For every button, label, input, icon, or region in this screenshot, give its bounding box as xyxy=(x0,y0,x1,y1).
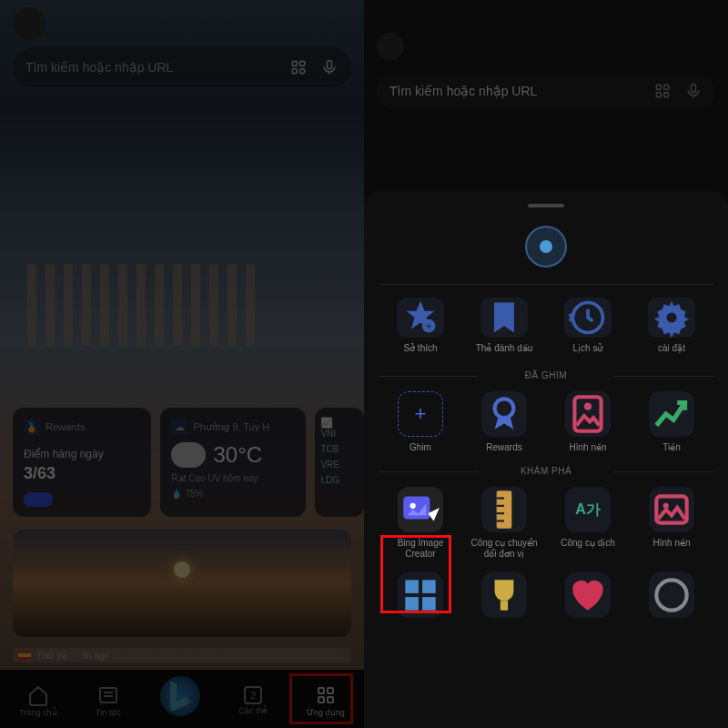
heart-icon xyxy=(565,572,611,618)
explore-translate[interactable]: A가 Công cụ dịch xyxy=(551,487,624,560)
explore-item-7[interactable] xyxy=(551,572,624,623)
weather-humidity: 💧 75% xyxy=(171,489,295,499)
weather-location: Phường 9, Tuy H xyxy=(193,421,269,433)
user-avatar[interactable] xyxy=(525,226,567,268)
mic-icon[interactable] xyxy=(684,82,703,100)
bookmark-icon xyxy=(480,298,528,338)
pinned-rewards[interactable]: Rewards xyxy=(468,391,541,453)
rewards-daily-label: Điểm hàng ngày xyxy=(24,448,140,460)
quick-settings[interactable]: cài đặt xyxy=(635,298,708,354)
stock-line: LDG xyxy=(320,475,359,485)
plus-icon: + xyxy=(415,402,427,426)
rewards-icon: 🏅 xyxy=(24,419,40,435)
translate-icon: A가 xyxy=(575,500,601,520)
profile-avatar[interactable] xyxy=(13,7,46,40)
weather-uv: Rất Cao UV hôm nay xyxy=(171,473,295,483)
news-time: 3h ago xyxy=(81,651,109,661)
svg-point-22 xyxy=(495,399,514,418)
grid-label: Công cụ chuyển đổi đơn vị xyxy=(468,538,541,560)
news-strip[interactable]: Tuổi trẻ · 3h ago xyxy=(13,648,351,662)
weather-icon: ☁ xyxy=(171,419,187,435)
explore-item-8[interactable] xyxy=(635,572,708,623)
nav-news[interactable]: Tin tức xyxy=(96,684,121,717)
nav-home[interactable]: Trang chủ xyxy=(19,684,56,717)
sunset-card[interactable] xyxy=(13,530,351,637)
svg-rect-14 xyxy=(656,93,661,97)
explore-item-6[interactable] xyxy=(468,572,541,623)
quick-label: Sở thích xyxy=(403,343,437,354)
mic-icon[interactable] xyxy=(320,58,339,76)
history-icon xyxy=(564,298,612,338)
apps-panel: + Sở thích Thẻ đánh dấu Lịch sử cài đặt … xyxy=(364,191,728,728)
weather-temp: 30°C xyxy=(213,442,262,468)
grid-label: Hình nền xyxy=(652,538,690,549)
news-source: Tuổi trẻ xyxy=(36,651,67,661)
svg-rect-27 xyxy=(497,490,512,529)
pinned-money[interactable]: Tiền xyxy=(635,391,708,453)
search-bar[interactable]: Tìm kiếm hoặc nhập URL xyxy=(13,47,351,87)
svg-rect-38 xyxy=(500,601,508,610)
rewards-card[interactable]: 🏅Rewards Điểm hàng ngày 3/63 xyxy=(13,408,151,517)
nav-tabs[interactable]: 2 Các thẻ xyxy=(238,686,268,715)
image-creator-icon xyxy=(398,487,443,532)
circle-icon xyxy=(649,572,694,618)
rewards-count: 3/63 xyxy=(24,464,140,483)
flag-icon xyxy=(18,651,31,660)
grid-label: Tiền xyxy=(662,442,681,453)
tabs-icon: 2 xyxy=(244,686,262,704)
svg-point-21 xyxy=(667,313,677,323)
camera-icon[interactable] xyxy=(653,82,672,100)
wallpaper-icon xyxy=(565,391,611,437)
camera-icon[interactable] xyxy=(289,58,308,76)
quick-label: Thẻ đánh dấu xyxy=(476,343,533,354)
stock-line: VRE xyxy=(320,460,359,470)
quick-actions-row: + Sở thích Thẻ đánh dấu Lịch sử cài đặt xyxy=(379,298,713,354)
quick-label: cài đặt xyxy=(658,343,685,354)
cloud-icon xyxy=(171,442,206,468)
profile-avatar[interactable] xyxy=(377,33,404,60)
quick-bookmarks[interactable]: Thẻ đánh dấu xyxy=(468,298,541,354)
svg-rect-32 xyxy=(656,496,686,522)
drag-handle[interactable] xyxy=(528,204,564,207)
svg-point-3 xyxy=(300,69,305,74)
svg-point-39 xyxy=(656,580,686,610)
stock-line: TCB xyxy=(320,444,359,454)
right-screen: Tìm kiếm hoặc nhập URL + Sở thích Thẻ đá… xyxy=(364,0,728,728)
cards-row: 🏅Rewards Điểm hàng ngày 3/63 ☁Phường 9, … xyxy=(13,408,364,517)
left-screen: Tìm kiếm hoặc nhập URL 🏅Rewards Điểm hàn… xyxy=(0,0,364,728)
background-image-ruins xyxy=(0,182,364,346)
pinned-add[interactable]: + Ghim xyxy=(384,391,457,453)
search-bar[interactable]: Tìm kiếm hoặc nhập URL xyxy=(377,73,715,109)
explore-wallpaper[interactable]: Hình nền xyxy=(635,487,708,560)
weather-card[interactable]: ☁Phường 9, Tuy H 30°C Rất Cao UV hôm nay… xyxy=(160,408,306,517)
rewards-title: Rewards xyxy=(46,421,85,432)
explore-section-title: KHÁM PHÁ xyxy=(379,466,713,476)
svg-point-26 xyxy=(410,503,416,509)
svg-point-24 xyxy=(584,403,592,410)
nav-label: Các thẻ xyxy=(238,706,268,715)
pinned-wallpaper[interactable]: Hình nền xyxy=(551,391,624,453)
quick-favorites[interactable]: + Sở thích xyxy=(384,298,457,354)
nav-bing[interactable] xyxy=(160,676,200,716)
stock-line: VNI xyxy=(320,429,359,439)
stocks-card[interactable]: 📈 VNI TCB VRE LDG xyxy=(315,408,364,517)
chart-up-icon xyxy=(649,391,694,437)
svg-rect-1 xyxy=(300,61,305,66)
svg-point-15 xyxy=(664,93,669,97)
rewards-toggle[interactable] xyxy=(24,492,53,507)
ruler-icon xyxy=(481,487,527,532)
home-icon xyxy=(27,684,49,706)
explore-converter[interactable]: Công cụ chuyển đổi đơn vị xyxy=(468,487,541,560)
svg-rect-23 xyxy=(574,397,601,431)
gear-icon xyxy=(648,298,695,338)
quick-label: Lịch sử xyxy=(573,343,603,354)
quick-history[interactable]: Lịch sử xyxy=(551,298,624,354)
svg-rect-16 xyxy=(692,85,696,93)
search-placeholder: Tìm kiếm hoặc nhập URL xyxy=(25,60,289,75)
svg-rect-0 xyxy=(292,61,297,66)
image-icon xyxy=(649,487,694,532)
grid-label: Rewards xyxy=(486,442,521,453)
grid-label: Công cụ dịch xyxy=(561,538,615,549)
svg-rect-4 xyxy=(328,61,332,69)
star-icon: + xyxy=(397,298,444,338)
